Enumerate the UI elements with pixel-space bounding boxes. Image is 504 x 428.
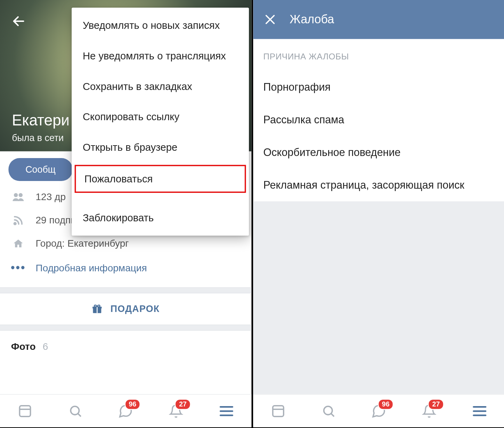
- hamburger-icon: [472, 405, 487, 417]
- empty-area: [253, 201, 504, 394]
- svg-rect-6: [97, 307, 98, 313]
- nav-search[interactable]: [66, 402, 84, 420]
- nav-messages[interactable]: 96: [117, 402, 135, 420]
- svg-point-1: [14, 193, 18, 197]
- search-icon: [68, 404, 82, 418]
- feed-icon: [271, 404, 285, 418]
- screen-profile: Екатери была в сети Сообщ 123 др 29 подп…: [0, 0, 251, 427]
- svg-rect-16: [273, 405, 284, 416]
- photos-section[interactable]: Фото 6: [0, 331, 251, 362]
- separator: [0, 287, 251, 293]
- home-icon: [12, 238, 25, 249]
- gift-button[interactable]: ПОДАРОК: [0, 293, 251, 324]
- rss-icon: [12, 215, 25, 226]
- close-button[interactable]: [262, 11, 279, 28]
- friends-icon: [12, 192, 25, 202]
- reason-offensive[interactable]: Оскорбительное поведение: [253, 136, 504, 169]
- gift-icon: [92, 304, 103, 315]
- photos-label: Фото: [11, 341, 36, 352]
- svg-rect-7: [20, 405, 31, 416]
- photos-count: 6: [43, 341, 48, 352]
- nav-search[interactable]: [320, 402, 338, 420]
- nav-notifications[interactable]: 27: [420, 402, 438, 420]
- report-section-label: ПРИЧИНА ЖАЛОБЫ: [253, 39, 504, 71]
- gift-label: ПОДАРОК: [111, 304, 160, 315]
- feed-icon: [18, 404, 32, 418]
- svg-line-10: [78, 413, 81, 417]
- notifications-badge: 27: [428, 398, 444, 410]
- more-info-row[interactable]: ••• Подробная информация: [0, 255, 251, 280]
- svg-line-19: [331, 413, 334, 417]
- context-menu: Уведомлять о новых записях Не уведомлять…: [72, 8, 249, 236]
- nav-menu[interactable]: [217, 402, 235, 420]
- reason-spam[interactable]: Рассылка спама: [253, 104, 504, 136]
- notifications-badge: 27: [175, 398, 191, 410]
- hamburger-icon: [219, 405, 233, 417]
- report-title: Жалоба: [290, 13, 334, 26]
- arrow-left-icon: [11, 14, 26, 28]
- reason-ad-spam[interactable]: Рекламная страница, засоряющая поиск: [253, 169, 504, 201]
- search-icon: [322, 404, 336, 418]
- bottom-nav: 96 27: [253, 394, 504, 427]
- nav-messages[interactable]: 96: [370, 402, 388, 420]
- friends-text: 123 др: [35, 191, 66, 203]
- nav-notifications[interactable]: 27: [167, 402, 185, 420]
- menu-item-copy-link[interactable]: Скопировать ссылку: [72, 102, 249, 132]
- profile-status: была в сети: [12, 133, 70, 144]
- menu-item-open-browser[interactable]: Открыть в браузере: [72, 132, 249, 163]
- nav-feed[interactable]: [269, 402, 287, 420]
- nav-menu[interactable]: [471, 402, 488, 420]
- menu-item-bookmark[interactable]: Сохранить в закладках: [72, 71, 249, 102]
- menu-item-notify-posts[interactable]: Уведомлять о новых записях: [72, 10, 249, 41]
- menu-item-no-notify-streams[interactable]: Не уведомлять о трансляциях: [72, 41, 249, 71]
- svg-point-3: [14, 222, 16, 224]
- more-info-text: Подробная информация: [35, 262, 147, 274]
- city-text: Город: Екатеринбург: [35, 238, 129, 249]
- message-button[interactable]: Сообщ: [8, 158, 72, 181]
- messages-badge: 96: [378, 398, 394, 410]
- svg-point-18: [324, 406, 332, 414]
- more-icon: •••: [12, 261, 25, 275]
- profile-name: Екатери: [12, 112, 70, 129]
- back-button[interactable]: [10, 13, 27, 30]
- svg-point-9: [71, 406, 79, 414]
- separator: [0, 325, 251, 331]
- menu-item-report[interactable]: Пожаловаться: [73, 164, 247, 194]
- svg-point-2: [19, 193, 23, 197]
- screen-report: Жалоба ПРИЧИНА ЖАЛОБЫ Порнография Рассыл…: [253, 0, 504, 427]
- menu-item-block[interactable]: Заблокировать: [72, 203, 249, 233]
- messages-badge: 96: [124, 398, 140, 410]
- report-header: Жалоба: [253, 0, 504, 39]
- close-icon: [264, 14, 276, 25]
- nav-feed[interactable]: [16, 402, 34, 420]
- reason-porn[interactable]: Порнография: [253, 71, 504, 104]
- bottom-nav: 96 27: [0, 394, 251, 427]
